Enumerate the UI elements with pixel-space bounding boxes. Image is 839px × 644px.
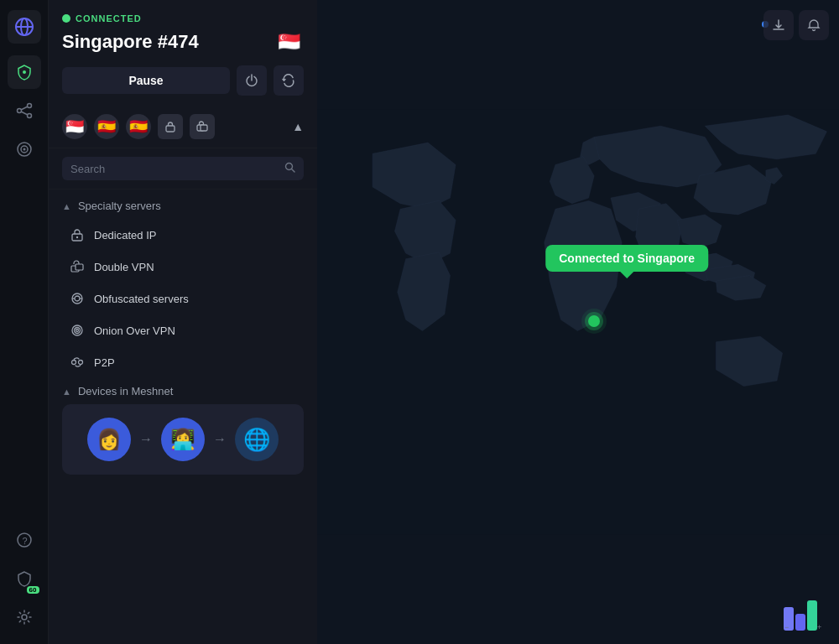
obfuscated-label: Obfuscated servers <box>94 293 189 305</box>
refresh-button[interactable] <box>274 65 304 96</box>
mesh-avatar-2: 👩‍💻 <box>161 418 205 461</box>
mesh-arrow-1: → <box>139 432 153 447</box>
connection-status-text: CONNECTED <box>76 13 142 23</box>
nav-item-help[interactable]: ? <box>8 523 41 557</box>
mesh-avatar-1: 👩 <box>87 418 131 461</box>
svg-point-25 <box>75 296 80 301</box>
recent-flags: 🇸🇬 🇪🇸 🇪🇸 ▲ <box>49 106 317 148</box>
svg-point-4 <box>17 109 21 113</box>
p2p-item[interactable]: P2P <box>49 346 317 378</box>
svg-line-19 <box>292 169 295 173</box>
svg-point-3 <box>23 70 26 74</box>
nordvpn-logo-bars: − + <box>784 595 826 631</box>
dedicated-ip-item[interactable]: Dedicated IP <box>49 219 317 251</box>
svg-rect-23 <box>76 264 83 270</box>
search-box <box>62 157 304 180</box>
top-right-buttons <box>763 10 829 40</box>
nav-sidebar: ? 60 <box>0 0 49 644</box>
svg-line-7 <box>21 106 28 110</box>
panel-header: CONNECTED Singapore #474 🇸🇬 Pause <box>49 0 317 106</box>
connected-indicator <box>62 14 70 23</box>
meshnet-card: 👩 → 👩‍💻 → 🌐 <box>62 404 304 475</box>
svg-point-29 <box>75 328 81 334</box>
world-map <box>317 0 839 644</box>
nav-item-settings[interactable] <box>8 600 41 634</box>
logo-chart: − + <box>784 595 826 631</box>
svg-point-5 <box>27 104 31 108</box>
svg-text:+: + <box>817 623 821 631</box>
onion-item[interactable]: Onion Over VPN <box>49 314 317 346</box>
search-container <box>49 148 317 190</box>
nav-item-mesh[interactable] <box>8 94 41 127</box>
dedicated-ip-icon <box>69 226 86 243</box>
lock-button-1[interactable] <box>158 114 183 139</box>
meshnet-section: 👩 → 👩‍💻 → 🌐 <box>49 404 317 488</box>
flag-spain-1[interactable]: 🇪🇸 <box>94 114 119 139</box>
p2p-label: P2P <box>94 356 115 369</box>
svg-line-8 <box>21 112 28 115</box>
specialty-chevron-icon: ▲ <box>62 201 71 211</box>
collapse-button[interactable]: ▲ <box>292 120 304 133</box>
power-button[interactable] <box>237 65 267 96</box>
svg-text:?: ? <box>22 536 27 546</box>
double-vpn-label: Double VPN <box>94 261 154 273</box>
search-icon <box>284 162 295 175</box>
svg-point-28 <box>72 325 82 335</box>
shield-badge: 60 <box>27 586 39 594</box>
onion-icon <box>69 322 86 339</box>
svg-rect-17 <box>201 125 207 131</box>
notification-button[interactable] <box>799 10 829 40</box>
svg-point-30 <box>76 330 79 332</box>
svg-point-14 <box>22 615 27 620</box>
svg-point-6 <box>27 114 31 118</box>
server-flag: 🇸🇬 <box>274 27 304 57</box>
lock-button-2[interactable] <box>190 114 215 139</box>
server-list: ▲ Specialty servers Dedicated IP <box>49 190 317 644</box>
svg-rect-15 <box>166 126 175 132</box>
server-name: Singapore #474 <box>62 31 199 53</box>
connected-label: CONNECTED <box>62 13 304 23</box>
svg-point-21 <box>76 236 78 238</box>
meshnet-header[interactable]: ▲ Devices in Meshnet <box>49 378 317 404</box>
mesh-globe: 🌐 <box>235 418 279 461</box>
svg-rect-36 <box>795 614 805 631</box>
nav-logo[interactable] <box>8 10 41 44</box>
server-title-row: Singapore #474 🇸🇬 <box>62 27 304 57</box>
download-button[interactable] <box>763 10 794 40</box>
meshnet-chevron-icon: ▲ <box>62 387 71 397</box>
meshnet-label: Devices in Meshnet <box>78 385 173 397</box>
flag-singapore[interactable]: 🇸🇬 <box>62 114 87 139</box>
p2p-icon <box>69 354 86 371</box>
nav-item-vpn[interactable] <box>8 55 41 89</box>
svg-point-31 <box>72 361 76 365</box>
svg-text:−: − <box>784 623 789 631</box>
svg-point-32 <box>79 361 83 365</box>
svg-point-11 <box>23 148 25 151</box>
mesh-arrow-2: → <box>213 432 227 447</box>
obfuscated-item[interactable]: Obfuscated servers <box>49 283 317 314</box>
nav-item-target[interactable] <box>8 132 41 166</box>
flag-spain-2[interactable]: 🇪🇸 <box>126 114 151 139</box>
side-panel: CONNECTED Singapore #474 🇸🇬 Pause 🇸🇬 � <box>49 0 317 644</box>
onion-label: Onion Over VPN <box>94 325 175 337</box>
controls-row: Pause <box>62 65 304 96</box>
nav-item-shield[interactable]: 60 <box>8 562 41 595</box>
specialty-servers-header[interactable]: ▲ Specialty servers <box>49 193 317 219</box>
obfuscated-icon <box>69 290 86 307</box>
map-area: Connected to Singapore − + <box>317 0 839 644</box>
svg-rect-37 <box>807 600 817 631</box>
dedicated-ip-label: Dedicated IP <box>94 229 156 242</box>
double-vpn-icon <box>69 258 86 275</box>
connection-tooltip: Connected to Singapore <box>545 245 708 272</box>
pause-button[interactable]: Pause <box>62 67 230 94</box>
double-vpn-item[interactable]: Double VPN <box>49 251 317 283</box>
specialty-servers-label: Specialty servers <box>78 200 161 212</box>
search-input[interactable] <box>70 163 278 175</box>
